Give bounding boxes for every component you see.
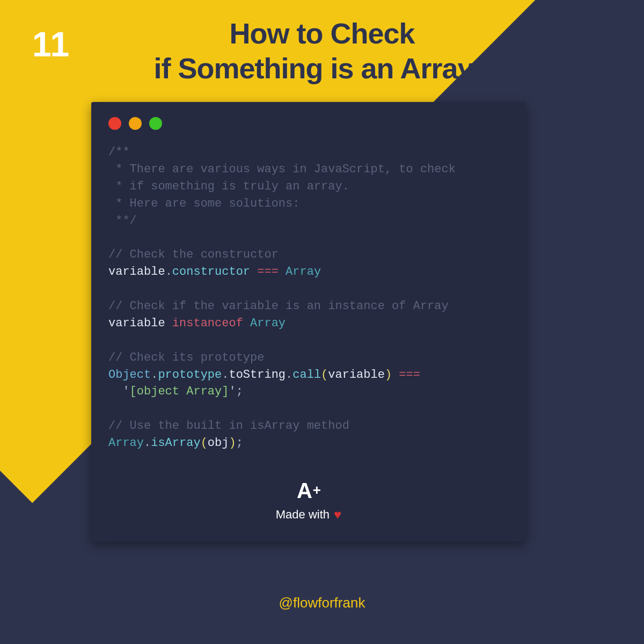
comment-line: * There are various ways in JavaScript, … bbox=[108, 163, 456, 176]
code-token: variable bbox=[108, 317, 165, 330]
code-token: obj bbox=[208, 436, 229, 450]
code-token: . bbox=[222, 368, 229, 382]
made-with-line: Made with ♥ bbox=[108, 507, 509, 522]
footer-logo-block: A+ Made with ♥ bbox=[108, 479, 509, 522]
code-token: prototype bbox=[158, 368, 222, 382]
code-token: ; bbox=[236, 436, 243, 450]
code-token: ( bbox=[201, 436, 208, 450]
code-token: variable bbox=[328, 368, 385, 382]
code-token: ) bbox=[229, 436, 236, 450]
code-token: ' bbox=[122, 385, 129, 398]
code-token: . bbox=[165, 265, 172, 279]
title-line-1: How to Check bbox=[229, 17, 414, 49]
comment-line: // Check its prototype bbox=[108, 351, 264, 364]
minimize-icon bbox=[129, 117, 142, 130]
code-token: ) bbox=[385, 368, 392, 382]
page-title: How to Check if Something is an Array? bbox=[0, 16, 644, 86]
code-token: Array bbox=[250, 317, 286, 330]
code-token: instanceof bbox=[165, 317, 250, 330]
traffic-lights bbox=[108, 117, 509, 130]
code-token: . bbox=[151, 368, 158, 382]
code-token: . bbox=[144, 436, 151, 450]
code-token: Array bbox=[286, 265, 321, 279]
code-token: === bbox=[392, 368, 420, 382]
title-line-2: if Something is an Array? bbox=[153, 52, 490, 84]
logo-plus: + bbox=[313, 482, 320, 499]
heart-icon: ♥ bbox=[334, 507, 341, 522]
made-with-text: Made with bbox=[276, 508, 330, 522]
comment-line: // Check the constructor bbox=[108, 248, 279, 261]
code-token: ' bbox=[229, 385, 236, 398]
comment-line: /** bbox=[108, 145, 130, 159]
code-token: constructor bbox=[172, 265, 250, 279]
code-token: ( bbox=[321, 368, 328, 382]
code-token: isArray bbox=[151, 436, 200, 450]
code-token: variable bbox=[108, 265, 165, 279]
comment-line: * if something is truly an array. bbox=[108, 180, 349, 193]
comment-line: **/ bbox=[108, 214, 137, 228]
code-token: [object Array] bbox=[130, 385, 229, 398]
logo-a-plus: A+ bbox=[297, 479, 320, 503]
close-icon bbox=[108, 117, 121, 130]
code-token: call bbox=[292, 368, 321, 382]
code-window: /** * There are various ways in JavaScri… bbox=[91, 102, 526, 541]
code-token: toString bbox=[229, 368, 286, 382]
maximize-icon bbox=[149, 117, 162, 130]
comment-line: * Here are some solutions: bbox=[108, 197, 299, 210]
code-token: === bbox=[250, 265, 286, 279]
comment-line: // Use the built in isArray method bbox=[108, 419, 349, 433]
logo-a: A bbox=[297, 479, 312, 503]
code-block: /** * There are various ways in JavaScri… bbox=[108, 144, 509, 452]
code-token: . bbox=[286, 368, 292, 382]
code-token: ; bbox=[236, 385, 243, 398]
code-token: Array bbox=[108, 436, 144, 450]
code-token bbox=[108, 385, 122, 398]
code-token: Object bbox=[108, 368, 151, 382]
comment-line: // Check if the variable is an instance … bbox=[108, 299, 449, 313]
social-handle: @flowforfrank bbox=[0, 595, 644, 611]
